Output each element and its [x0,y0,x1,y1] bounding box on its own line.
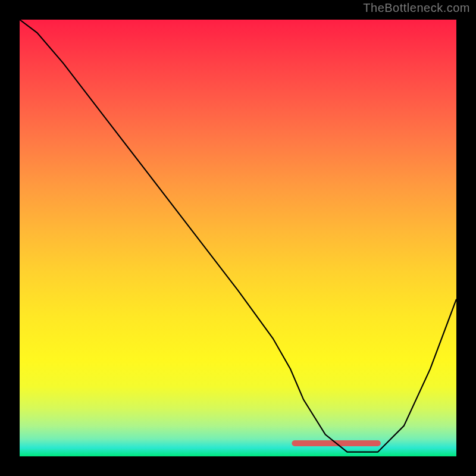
chart-frame: TheBottleneck.com [0,0,476,476]
bottleneck-curve [20,20,456,452]
watermark-text: TheBottleneck.com [363,1,470,15]
chart-svg [20,20,456,456]
